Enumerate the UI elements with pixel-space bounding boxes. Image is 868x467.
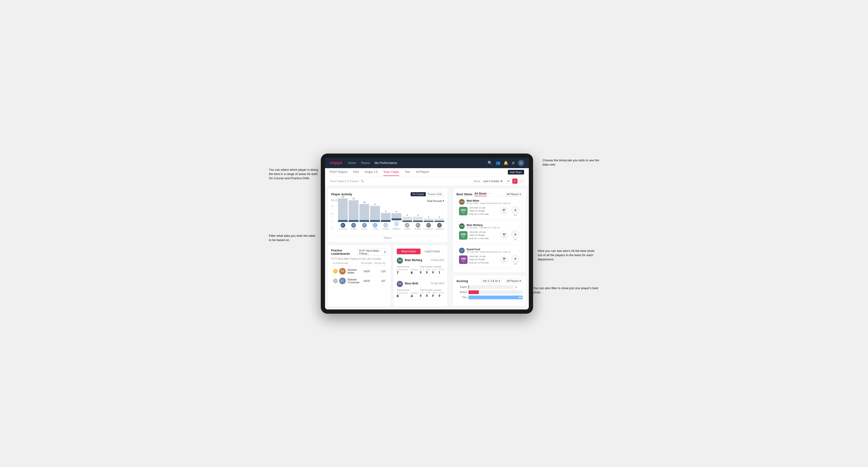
scoring-players-dropdown[interactable]: All Players ▾ (505, 279, 523, 283)
plus-circle-icon[interactable]: ⊕ (512, 161, 515, 165)
shot-avatar-1: MM (459, 199, 465, 205)
activity-stats-2: Total Rounds Tournament 8 Practice (397, 289, 444, 298)
shot-player-detail-2: 23 Jul 2023 · Ashridge GC, Hole 15 (467, 226, 517, 229)
tab-all-players[interactable]: All Players (416, 168, 429, 176)
bar-j-coles: 9 JC J. Coles (370, 203, 380, 230)
shot-chevron-2[interactable]: › (519, 224, 520, 228)
add-team-button[interactable]: Add Team (508, 170, 524, 175)
shot-player-name-3: David Ford (467, 248, 517, 251)
total-rounds-label-1: Total Rounds (397, 266, 418, 268)
birdies-bar: 96 (468, 290, 523, 294)
bar-m-miller: 3 MM M. Miller (413, 214, 423, 230)
avatar-e-ebert: EE (383, 223, 388, 228)
shot-chevron-1[interactable]: › (519, 200, 520, 204)
chart-dropdown[interactable]: Total Rounds ▾ (427, 199, 444, 203)
search-icon[interactable]: 🔍 (488, 161, 492, 165)
tab-pga[interactable]: PGA (353, 168, 359, 176)
tournament-val-1: 7 (397, 271, 408, 275)
annotation-top-left: You can select which player is doing the… (269, 168, 321, 181)
user-avatar[interactable]: U (518, 160, 524, 166)
birdies-bar-fill (468, 290, 479, 294)
bar-chart-container: 15 10 5 0 13 (331, 205, 444, 239)
shot-player-info-2: Blair McHarg 23 Jul 2023 · Ashridge GC, … (467, 224, 517, 229)
tab-hcaps[interactable]: Hcaps 1-5 (365, 168, 378, 176)
shot-details-1: 200 SG Shot Dist: 67 yds Start Lie: Roug… (459, 206, 520, 216)
shot-stat-zero-2: 0 yds (511, 230, 520, 241)
nav-link-home[interactable]: Home (348, 160, 356, 165)
bottom-left-grid: Practice Leaderboards PUTT Must Make Put… (328, 245, 447, 307)
app-val-2: 0 (426, 294, 430, 298)
shot-chevron-3[interactable]: › (519, 249, 520, 252)
tab-team-clippd[interactable]: Team Clippd (383, 168, 399, 176)
bell-icon[interactable]: 🔔 (503, 161, 508, 165)
scoring-card: Scoring Par 3, 4 & 5s ▾ All Players ▾ (453, 276, 526, 306)
shot-avatar-3: DF (459, 248, 465, 253)
chart-controls: On Course Total Rounds ▾ (331, 199, 444, 203)
bar-l-robertson: 2 LR L. Robertson (434, 216, 444, 230)
lb-score-1: 19/20 (360, 270, 374, 273)
shot-info-1: Shot Dist: 67 yds Start Lie: Rough End L… (469, 206, 497, 216)
shot-stat-zero-3: 0 yds (511, 255, 520, 265)
bar-e-crossman: 2 EC E. Crossman (424, 216, 433, 230)
people-icon[interactable]: 👥 (496, 161, 500, 165)
tab-tour[interactable]: Tour (405, 168, 410, 176)
activity-player-2-header: RB Rees Britt 02 Sep 2023 (397, 280, 444, 287)
pars-bar: 499 (468, 295, 523, 299)
left-panel: Player Activity On Course Practice Drill… (325, 186, 450, 309)
annotation-mid-left: Filter what data you wish the table to b… (269, 234, 318, 242)
leaderboard-dropdown[interactable]: PUTT Must Make Putting ... ▾ (357, 249, 387, 256)
nav-link-teams[interactable]: Teams (361, 160, 370, 165)
putt-val-2: 0 (439, 294, 444, 298)
lb-table-header: Player Name PB Score PB Avg SQ (331, 262, 387, 266)
top-nav: clippd Home Teams My Performance 🔍 👥 🔔 ⊕… (325, 158, 529, 168)
leaderboard-title: Practice Leaderboards (331, 249, 355, 255)
pars-bar-fill (468, 295, 523, 299)
practice-val-1: 6 (411, 271, 418, 275)
shot-details-3: 198 SG Shot Dist: 16 yds Start Lie: Roug… (459, 255, 520, 265)
lb-avg-1: 110 (374, 270, 385, 273)
activity-avatar-2: RB (397, 281, 403, 287)
practice-val-2: 4 (411, 294, 418, 298)
best-shots-card: Best Shots All Shots ▾ All Players ▾ (453, 189, 526, 273)
lb-name-2: Edward Crossman (348, 278, 360, 284)
gtt-val-2: 0 (420, 294, 424, 298)
shot-player-2: BM Blair McHarg 23 Jul 2023 · Ashridge G… (459, 223, 520, 229)
show-label: Show: (473, 180, 481, 183)
practice-drills-btn[interactable]: Practice Drills (426, 192, 444, 196)
bar-chart: 15 10 5 0 13 (331, 205, 444, 236)
tab-pgat-players[interactable]: PGAT Players (330, 168, 347, 176)
bar-g-billingham: 4 GB G. Billingham (392, 210, 401, 230)
heart-view-icon[interactable]: ♥ (512, 179, 518, 184)
sub-nav: PGAT Players PGA Hcaps 1-5 Team Clippd T… (325, 168, 529, 177)
lb-name-1: Richard Butler (348, 269, 360, 274)
timescale-select[interactable]: Last 3 months Last month Last 6 months L… (482, 180, 503, 183)
most-active-tab[interactable]: Most Active (397, 249, 421, 254)
shot-item-3: DF David Ford 24 Aug 2023 · Royal North … (456, 245, 523, 268)
right-panel: Best Shots All Shots ▾ All Players ▾ (450, 186, 529, 309)
grid-view-icon[interactable]: ⊞ (506, 179, 511, 184)
scoring-par-dropdown[interactable]: Par 3, 4 & 5s ▾ (481, 279, 502, 283)
edit-team-icon[interactable]: ✏️ (361, 180, 364, 183)
pars-label: Pars (456, 296, 467, 299)
player-activity-card: Player Activity On Course Practice Drill… (328, 189, 447, 243)
all-shots-tab[interactable]: All Shots (474, 192, 487, 196)
all-players-dropdown[interactable]: All Players ▾ (505, 192, 523, 196)
activity-toggle-group: On Course Practice Drills (410, 192, 444, 196)
best-shots-header: Best Shots All Shots ▾ All Players ▾ (456, 192, 523, 196)
least-active-tab[interactable]: Least Active (421, 249, 444, 254)
avatar-e-crossman: EC (426, 223, 431, 228)
list-view-icon[interactable]: ≡ (519, 179, 524, 184)
nav-icons: 🔍 👥 🔔 ⊕ U (488, 160, 524, 166)
activity-name-2: Rees Britt (405, 282, 429, 285)
scoring-header: Scoring Par 3, 4 & 5s ▾ All Players ▾ (456, 279, 523, 283)
chart-x-label: Players (331, 237, 444, 239)
shot-stat-dist-1: 67 yds (499, 207, 509, 215)
tablet-frame: clippd Home Teams My Performance 🔍 👥 🔔 ⊕… (321, 154, 533, 314)
eagles-bar (468, 285, 514, 289)
on-course-btn[interactable]: On Course (411, 192, 426, 196)
leaderboard-subtitle: PUTT Must Make Putting (3-6 ft), Last 3 … (331, 257, 387, 260)
nav-link-my-performance[interactable]: My Performance (375, 160, 397, 165)
avatar-r-butler: RB (405, 223, 409, 228)
player-activity-header: Player Activity On Course Practice Drill… (331, 192, 444, 196)
shot-player-detail-1: 09 Jun 2023 · Royal North Devon GC, Hole… (467, 202, 517, 205)
